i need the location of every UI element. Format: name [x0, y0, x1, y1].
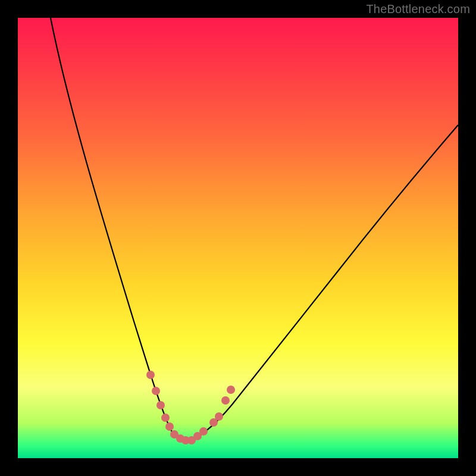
curve-marker — [156, 401, 165, 409]
curve-marker — [199, 427, 208, 436]
curve-marker — [227, 386, 235, 394]
curve-svg — [18, 18, 458, 458]
chart-stage: TheBottleneck.com — [0, 0, 476, 476]
curve-marker — [215, 412, 223, 421]
curve-marker — [165, 422, 174, 431]
curve-marker — [221, 396, 230, 405]
curve-marker — [146, 371, 155, 379]
curve-marker — [152, 387, 160, 395]
plot-area — [18, 18, 458, 458]
curve-marker — [161, 414, 170, 422]
bottleneck-curve — [51, 18, 458, 441]
watermark-text: TheBottleneck.com — [366, 2, 470, 16]
marker-group — [146, 371, 235, 444]
